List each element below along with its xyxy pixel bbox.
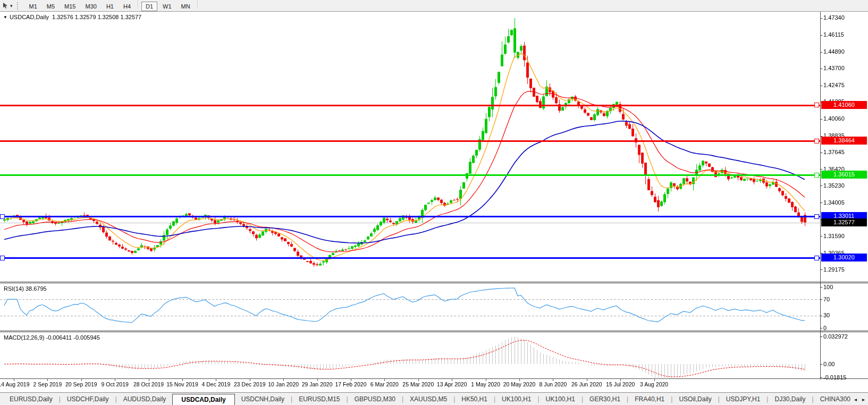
date-axis-label: 15 Nov 2019 [166, 381, 198, 387]
hline-edge-handle[interactable] [0, 256, 5, 260]
timeframe-button-m15[interactable]: M15 [60, 2, 80, 11]
price-axis-tick: 1.29175 [823, 266, 845, 273]
price-axis-tick: 1.43700 [823, 65, 845, 71]
timeframe-button-m1[interactable]: M1 [25, 2, 41, 11]
tab-xauusd-m5[interactable]: XAUUSD,M5 [403, 393, 453, 405]
timeframe-button-mn[interactable]: MN [177, 2, 195, 11]
date-axis-label: 8 Jun 2020 [539, 381, 567, 387]
date-axis-label: 10 Jan 2020 [268, 381, 299, 387]
rsi-indicator-label: RSI(14) 38.6795 [4, 285, 47, 292]
date-axis-label: 9 Oct 2019 [102, 381, 129, 387]
timeframe-button-d1[interactable]: D1 [141, 2, 157, 11]
toolbar: ▾ M1M5M15M30H1H4D1W1MN [0, 0, 868, 12]
price-line-label[interactable]: 1.30020 [821, 254, 867, 261]
tabs-list: EURUSD,Daily|USDCHF,Daily|AUDUSD,DailyUS… [0, 393, 851, 405]
rsi-axis-tick: 30 [823, 312, 830, 318]
hline-axis-handle[interactable] [814, 173, 819, 178]
price-line-label[interactable]: 1.38464 [821, 137, 867, 145]
date-axis-label: 15 Jul 2020 [606, 381, 635, 387]
tab-fra40-h1[interactable]: FRA40,H1 [628, 393, 671, 405]
chart-canvas[interactable] [0, 0, 868, 405]
mt4-window: ▾ M1M5M15M30H1H4D1W1MN ▼USDCAD,Daily 1.3… [0, 0, 868, 405]
date-axis-label: 2 Sep 2019 [33, 381, 62, 387]
hline-axis-handle[interactable] [814, 139, 819, 144]
tab-uk100-h1[interactable]: UK100,H1 [540, 393, 582, 405]
cursor-tool-icon[interactable]: ▾ [0, 1, 15, 11]
tab-usoil-daily[interactable]: USOil,Daily [672, 393, 718, 405]
tab-usdjpy-h1[interactable]: USDJPY,H1 [720, 393, 766, 405]
tab-eurusd-m15[interactable]: EURUSD,M15 [292, 393, 346, 405]
chart-title-ohlc: 1.32576 1.32579 1.32508 1.32577 [52, 14, 141, 20]
price-axis-tick: 1.44890 [823, 48, 845, 55]
rsi-axis-tick: 0 [823, 325, 827, 331]
caret-down-icon[interactable]: ▾ [10, 3, 13, 9]
tab-usdcad-daily[interactable]: USDCAD,Daily [172, 394, 234, 405]
tab-scroll-right-button[interactable]: ▸ [862, 396, 865, 402]
date-axis-label: 6 Mar 2020 [370, 381, 399, 387]
tab-uk100-h1[interactable]: UK100,H1 [495, 393, 537, 405]
hline-axis-handle[interactable] [814, 214, 819, 219]
date-axis-label: 23 Dec 2019 [234, 381, 266, 387]
date-axis-label: 4 Dec 2019 [202, 381, 231, 387]
macd-axis-tick: -0.01815 [823, 374, 846, 381]
timeframe-button-m5[interactable]: M5 [43, 2, 59, 11]
date-axis-label: 26 Jun 2020 [571, 381, 602, 387]
tab-audusd-daily[interactable]: AUDUSD,Daily [117, 393, 173, 405]
toolbar-divider [138, 0, 139, 9]
price-line-label[interactable]: 1.36015 [821, 171, 867, 179]
price-axis-tick: 1.46115 [823, 31, 844, 38]
hline-axis-handle[interactable] [814, 103, 819, 107]
price-axis-tick: 1.42475 [823, 82, 845, 88]
tab-china300-h4[interactable]: CHINA300,H4 [814, 393, 851, 405]
tab-usdcnh-daily[interactable]: USDCNH,Daily [235, 393, 291, 405]
date-axis-label: 29 Jan 2020 [302, 381, 333, 387]
date-axis-label: 20 Sep 2019 [65, 381, 97, 387]
tab-scroll-arrows: ◂ ▸ [851, 393, 868, 405]
timeframe-button-h1[interactable]: H1 [102, 2, 118, 11]
date-axis-label: 14 Aug 2019 [0, 381, 29, 387]
chart-title: ▼USDCAD,Daily 1.32576 1.32579 1.32508 1.… [3, 14, 141, 20]
price-axis-tick: 1.40060 [823, 115, 845, 122]
hline-axis-handle[interactable] [814, 256, 819, 260]
timeframe-button-group: M1M5M15M30H1H4D1W1MN [24, 0, 200, 11]
date-axis-label: 17 Feb 2020 [335, 381, 367, 387]
price-axis-tick: 1.31590 [823, 233, 845, 239]
tab-ger30-h1[interactable]: GER30,H1 [583, 393, 627, 405]
toolbar-grip[interactable] [17, 2, 21, 10]
price-axis-tick: 1.47340 [823, 14, 845, 21]
price-axis-tick: 1.34005 [823, 199, 845, 206]
price-axis-tick: 1.37645 [823, 149, 845, 155]
rsi-axis-tick: 70 [823, 296, 830, 302]
tab-usdchf-daily[interactable]: USDCHF,Daily [61, 393, 115, 405]
toolbar-divider [197, 0, 198, 9]
chart-tab-bar: EURUSD,Daily|USDCHF,Daily|AUDUSD,DailyUS… [0, 392, 868, 405]
date-axis-label: 13 Apr 2020 [437, 381, 467, 387]
date-axis-label: 25 Mar 2020 [402, 381, 434, 387]
date-axis-label: 1 May 2020 [471, 381, 500, 387]
price-line-label[interactable]: 1.41060 [821, 101, 867, 109]
hline-edge-handle[interactable] [0, 214, 5, 219]
tab-eurusd-daily[interactable]: EURUSD,Daily [3, 393, 59, 405]
timeframe-button-m30[interactable]: M30 [81, 2, 101, 11]
macd-axis-tick: 0.00 [823, 361, 835, 367]
price-axis-tick: 1.35230 [823, 182, 845, 189]
current-price-label: 1.32577 [821, 218, 867, 226]
timeframe-button-w1[interactable]: W1 [158, 2, 176, 11]
timeframe-button-h4[interactable]: H4 [119, 2, 135, 11]
tab-dj30-daily[interactable]: DJ30,Daily [768, 393, 812, 405]
rsi-axis-tick: 100 [823, 284, 833, 290]
date-axis-label: 3 Aug 2020 [640, 381, 668, 387]
date-axis-label: 20 May 2020 [503, 381, 536, 387]
macd-axis-tick: 0.032972 [823, 333, 848, 340]
tab-scroll-left-button[interactable]: ◂ [854, 396, 857, 402]
tab-gbpusd-m30[interactable]: GBPUSD,M30 [348, 393, 402, 405]
chart-title-symbol: USDCAD,Daily [10, 14, 49, 20]
macd-indicator-label: MACD(12,26,9) -0.006411 -0.005945 [4, 334, 100, 341]
cursor-arrow-icon [2, 2, 9, 9]
symbol-dropdown-icon[interactable]: ▼ [3, 15, 7, 20]
tab-hk50-h1[interactable]: HK50,H1 [455, 393, 494, 405]
date-axis-label: 28 Oct 2019 [133, 381, 164, 387]
